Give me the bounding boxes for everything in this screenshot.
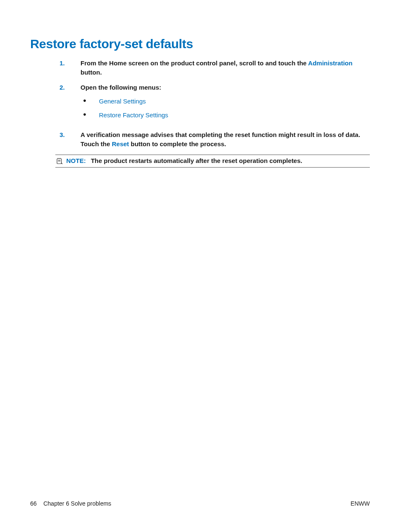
- page-number: 66: [30, 500, 37, 507]
- footer-left: 66 Chapter 6 Solve problems: [30, 500, 111, 507]
- note-text: The product restarts automatically after…: [91, 157, 302, 164]
- step-body: Open the following menus: ● General Sett…: [81, 83, 370, 125]
- step-3: 3. A verification message advises that c…: [30, 130, 370, 149]
- page-title: Restore factory-set defaults: [30, 37, 370, 51]
- bullet-text-general-settings: General Settings: [99, 97, 370, 106]
- step-number: 3.: [30, 130, 81, 139]
- bullet-text-restore-factory-settings: Restore Factory Settings: [99, 111, 370, 119]
- bullet-item: ● Restore Factory Settings: [81, 111, 370, 119]
- note-callout: NOTE: The product restarts automatically…: [55, 155, 370, 168]
- ordered-steps-list: 1. From the Home screen on the product c…: [30, 59, 370, 149]
- page-container: Restore factory-set defaults 1. From the…: [0, 0, 400, 532]
- chapter-label: Chapter 6 Solve problems: [43, 500, 111, 507]
- step-number: 1.: [30, 59, 81, 68]
- step-text: From the Home screen on the product cont…: [81, 59, 308, 67]
- step-text: button.: [81, 69, 102, 76]
- note-label: NOTE:: [66, 157, 86, 164]
- ui-reference-reset: Reset: [112, 140, 129, 147]
- step-text: Open the following menus:: [81, 84, 161, 91]
- ui-reference-administration: Administration: [308, 59, 353, 67]
- sub-bullet-list: ● General Settings ● Restore Factory Set…: [81, 97, 370, 119]
- step-body: A verification message advises that comp…: [81, 130, 370, 149]
- bullet-item: ● General Settings: [81, 97, 370, 106]
- bullet-glyph: ●: [81, 111, 99, 118]
- step-1: 1. From the Home screen on the product c…: [30, 59, 370, 77]
- note-icon: [55, 157, 64, 165]
- footer-right: ENWW: [351, 500, 370, 507]
- page-footer: 66 Chapter 6 Solve problems ENWW: [30, 500, 370, 507]
- step-body: From the Home screen on the product cont…: [81, 59, 370, 77]
- bullet-glyph: ●: [81, 97, 99, 104]
- step-number: 2.: [30, 83, 81, 92]
- step-text: button to complete the process.: [129, 140, 226, 147]
- step-2: 2. Open the following menus: ● General S…: [30, 83, 370, 125]
